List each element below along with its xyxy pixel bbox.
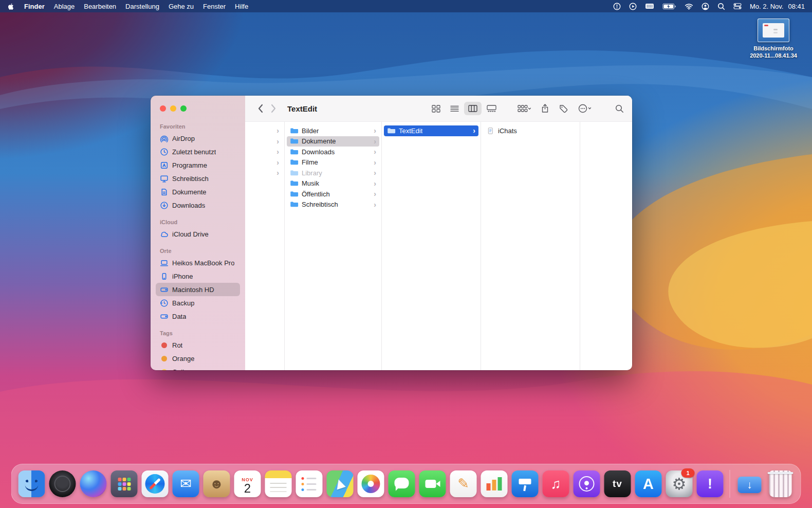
menu-item-fenster[interactable]: Fenster xyxy=(203,3,226,10)
chevron-right-icon: › xyxy=(276,138,279,145)
minimize-button[interactable] xyxy=(170,105,176,112)
calendar-dock-icon[interactable]: NOV2 xyxy=(234,470,262,498)
more-options-button[interactable] xyxy=(578,102,592,115)
column-item-schreibtisch[interactable]: Schreibtisch› xyxy=(287,199,379,210)
forward-button[interactable] xyxy=(267,102,280,115)
desktop: { "menu_bar": { "app_name": "Finder", "i… xyxy=(0,0,812,508)
icon-view-button[interactable] xyxy=(427,102,445,115)
notes-dock-icon[interactable] xyxy=(265,470,292,498)
music-dock-icon[interactable] xyxy=(542,470,570,498)
column-item-ichats[interactable]: iChats xyxy=(483,125,578,136)
spotlight-icon[interactable] xyxy=(717,3,725,10)
column-view-button[interactable] xyxy=(464,102,482,115)
sidebar-item-downloads[interactable]: Downloads xyxy=(156,198,240,212)
maps-dock-icon[interactable] xyxy=(326,470,354,498)
sidebar-item-dokumente[interactable]: Dokumente xyxy=(156,185,240,198)
contacts-dock-icon[interactable] xyxy=(203,470,231,498)
column-item-truncated[interactable]: › xyxy=(247,136,282,147)
group-by-button[interactable] xyxy=(518,102,531,115)
numbers-dock-icon[interactable] xyxy=(481,470,508,498)
laptop-icon xyxy=(160,259,169,267)
chevron-right-icon: › xyxy=(374,169,376,176)
facetime-dock-icon[interactable] xyxy=(419,470,447,498)
downloads-folder-dock-icon[interactable] xyxy=(736,470,764,498)
menu-item-bearbeiten[interactable]: Bearbeiten xyxy=(84,3,116,10)
list-view-button[interactable] xyxy=(446,102,463,115)
input-source-icon[interactable] xyxy=(645,3,654,9)
sidebar-item-icloud-drive[interactable]: iCloud Drive xyxy=(156,227,240,241)
sidebar-item-programme[interactable]: Programme xyxy=(156,158,240,172)
pages-dock-icon[interactable] xyxy=(450,470,477,498)
battery-charging-icon[interactable] xyxy=(662,3,676,10)
column-item-musik[interactable]: Musik› xyxy=(287,178,379,189)
sidebar-item-label: iPhone xyxy=(172,273,193,280)
menu-item-ablage[interactable]: Ablage xyxy=(54,3,75,10)
tag-button[interactable] xyxy=(559,102,568,115)
share-button[interactable] xyxy=(541,102,549,115)
finder-dock-icon[interactable] xyxy=(18,470,46,498)
sidebar-item-schreibtisch[interactable]: Schreibtisch xyxy=(156,172,240,185)
menu-item-darstellung[interactable]: Darstellung xyxy=(125,3,159,10)
column-item-bilder[interactable]: Bilder› xyxy=(287,125,379,136)
back-button[interactable] xyxy=(253,102,267,115)
wifi-icon[interactable] xyxy=(685,3,693,10)
menu-item-gehe-zu[interactable]: Gehe zu xyxy=(169,3,194,10)
feedback-assistant-dock-icon[interactable] xyxy=(696,470,724,498)
column-item-truncated[interactable]: › xyxy=(247,147,282,157)
column-item-truncated[interactable]: › xyxy=(247,157,282,168)
gallery-view-button[interactable] xyxy=(483,102,500,115)
close-button[interactable] xyxy=(160,105,166,112)
play-circle-icon[interactable] xyxy=(629,3,637,10)
reminders-dock-icon[interactable] xyxy=(296,470,323,498)
user-account-icon[interactable] xyxy=(702,3,709,10)
keynote-dock-icon[interactable] xyxy=(511,470,539,498)
screenshot-label-line2: 2020-11...08.41.34 xyxy=(745,52,802,59)
sidebar-item-gelb[interactable]: Gelb xyxy=(156,365,240,370)
trash-app-icon xyxy=(769,470,792,497)
messages-dock-icon[interactable] xyxy=(388,470,416,498)
podcasts-dock-icon[interactable] xyxy=(573,470,601,498)
sidebar-item-airdrop[interactable]: AirDrop xyxy=(156,132,240,145)
info-circle-icon[interactable] xyxy=(613,3,621,10)
photos-dock-icon[interactable] xyxy=(357,470,385,498)
finder-sidebar: FavoritenAirDropZuletzt benutztProgramme… xyxy=(151,96,245,370)
view-mode-switcher xyxy=(427,102,500,115)
siri-dock-icon[interactable] xyxy=(80,470,107,498)
sidebar-item-heikos-macbook-pro[interactable]: Heikos MacBook Pro xyxy=(156,256,240,269)
sidebar-item-macintosh-hd[interactable]: Macintosh HD xyxy=(156,283,240,296)
active-app-menu[interactable]: Finder xyxy=(24,3,45,10)
system-preferences-dock-icon[interactable]: 1 xyxy=(666,470,693,498)
column-item-truncated[interactable]: › xyxy=(247,168,282,178)
column-item-downloads[interactable]: Downloads› xyxy=(287,147,379,157)
column-item-library[interactable]: Library› xyxy=(287,168,379,178)
column-item-öffentlich[interactable]: Öffentlich› xyxy=(287,189,379,199)
apple-menu-icon[interactable] xyxy=(7,2,15,11)
lens-app-dock-icon[interactable] xyxy=(49,470,77,498)
mail-dock-icon[interactable] xyxy=(172,470,200,498)
sidebar-item-rot[interactable]: Rot xyxy=(156,338,240,352)
zoom-button[interactable] xyxy=(180,105,187,112)
sidebar-item-data[interactable]: Data xyxy=(156,310,240,323)
sidebar-item-orange[interactable]: Orange xyxy=(156,352,240,365)
column-item-filme[interactable]: Filme› xyxy=(287,157,379,168)
menu-item-hilfe[interactable]: Hilfe xyxy=(235,3,248,10)
menu-bar: Finder AblageBearbeitenDarstellungGehe z… xyxy=(0,0,812,12)
sidebar-item-zuletzt-benutzt[interactable]: Zuletzt benutzt xyxy=(156,145,240,158)
control-center-icon[interactable] xyxy=(733,3,742,9)
trash-dock-icon[interactable] xyxy=(767,470,795,498)
app-store-dock-icon[interactable] xyxy=(635,470,662,498)
menu-bar-clock[interactable]: Mo. 2. Nov. 08:41 xyxy=(750,3,805,10)
search-button[interactable] xyxy=(615,102,624,115)
column-item-textedit[interactable]: TextEdit› xyxy=(384,125,478,136)
launchpad-dock-icon[interactable] xyxy=(110,470,138,498)
desktop-screenshot-file[interactable]: Bildschirmfoto 2020-11...08.41.34 xyxy=(745,19,802,60)
chevron-right-icon: › xyxy=(374,138,376,145)
tv-dock-icon[interactable] xyxy=(604,470,632,498)
safari-dock-icon[interactable] xyxy=(141,470,169,498)
photos-app-icon xyxy=(358,470,384,497)
sidebar-item-iphone[interactable]: iPhone xyxy=(156,269,240,283)
chevron-right-icon: › xyxy=(276,127,279,134)
column-item-dokumente[interactable]: Dokumente› xyxy=(287,136,379,147)
column-item-truncated[interactable]: › xyxy=(247,125,282,136)
sidebar-item-backup[interactable]: Backup xyxy=(156,296,240,310)
